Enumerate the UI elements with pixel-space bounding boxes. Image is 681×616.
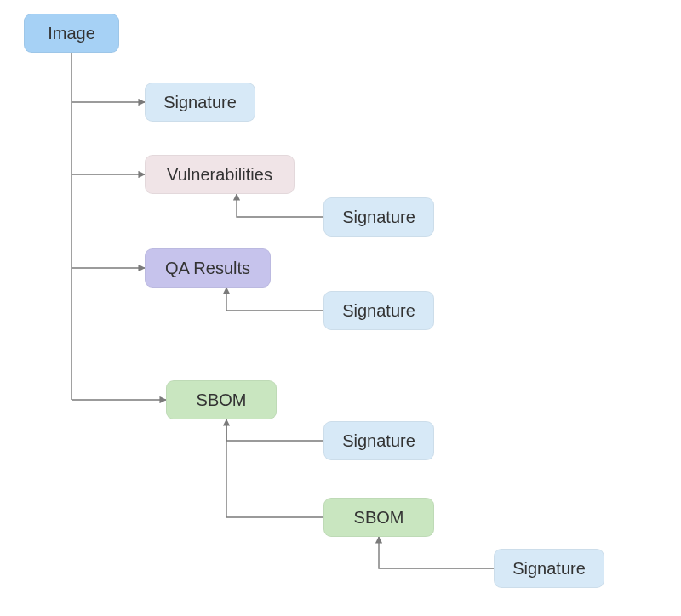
- signature-node-1: Signature: [145, 83, 255, 122]
- signature-node-4: Signature: [323, 421, 434, 460]
- sbom-node-2: SBOM: [323, 498, 434, 537]
- signature-node-2: Signature: [323, 197, 434, 237]
- qa-results-node: QA Results: [145, 248, 271, 288]
- vulnerabilities-node: Vulnerabilities: [145, 155, 295, 194]
- signature-node-3: Signature: [323, 291, 434, 330]
- image-node: Image: [24, 14, 119, 53]
- signature-node-5: Signature: [494, 549, 604, 588]
- sbom-node-1: SBOM: [166, 380, 277, 419]
